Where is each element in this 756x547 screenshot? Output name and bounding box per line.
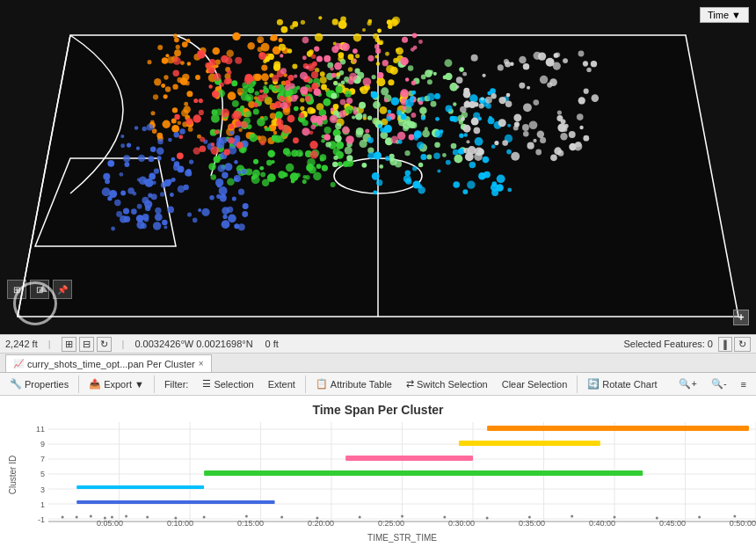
scale-display: 2,242 ft [5,339,38,349]
time-button[interactable]: Time ▼ [700,7,749,23]
y-axis-title: Cluster ID [8,456,18,494]
separator-1 [78,376,79,393]
extent-button[interactable]: Extent [262,375,302,394]
toolbar-right: 🔍+ 🔍- ≡ [672,375,752,394]
noise-dot [733,515,736,518]
chart-svg [48,422,756,528]
selection-label: Selection [214,379,253,390]
status-right: Selected Features: 0 ‖ ↻ [623,337,751,352]
zoom-in-btn[interactable]: 🔍+ [672,375,702,394]
chart-title: Time Span Per Cluster [0,396,756,419]
x-label-4: 0:25:00 [378,519,404,528]
y-axis: Cluster ID 11 9 7 5 3 1 -1 [0,422,48,528]
zoom-out-btn[interactable]: 🔍- [705,375,733,394]
properties-icon: 🔧 [10,378,22,390]
refresh-btn[interactable]: ↻ [734,337,751,352]
more-btn[interactable]: ≡ [735,375,752,394]
x-label-8: 0:45:00 [659,519,686,528]
clear-selection-label: Clear Selection [502,379,568,390]
x-label-0: 0:05:00 [97,519,123,528]
status-buttons: ‖ ↻ [718,337,751,352]
tab-label: curry_shots_time_opt...pan Per Cluster [27,359,195,369]
clear-selection-button[interactable]: Clear Selection [496,375,574,394]
filter-label: Filter: [158,375,195,394]
selection-button[interactable]: ☰ Selection [196,375,259,394]
switch-selection-button[interactable]: ⇄ Switch Selection [400,375,494,394]
noise-dot [125,515,127,518]
separator-3 [305,376,306,393]
y-label-9: 9 [5,441,45,449]
x-label-1: 0:10:00 [167,519,193,528]
extent-label: Extent [268,379,295,390]
x-label-2: 0:15:00 [237,519,264,528]
rotate-globe-icon[interactable] [13,281,57,325]
cluster-5-bar[interactable] [204,470,643,476]
zoom-button[interactable]: + [733,310,749,325]
x-axis: 0:05:00 0:10:00 0:15:00 0:20:00 0:25:00 … [97,519,756,528]
status-bar: 2,242 ft | ⊞ ⊟ ↻ | 0.0032426°W 0.0021698… [0,334,756,354]
noise-dot [571,515,573,518]
x-label-7: 0:40:00 [589,519,615,528]
toolbar-icons: ⊞ ⊟ ↻ [62,337,112,352]
tab-icon: 📈 [13,359,24,368]
cluster-9-bar[interactable] [459,441,600,446]
rotate-chart-label: Rotate Chart [602,379,657,390]
pause-btn[interactable]: ‖ [718,337,732,352]
noise-dot [90,515,92,518]
attribute-table-label: Attribute Table [331,379,392,390]
x-label-6: 0:35:00 [519,519,545,528]
x-label-9: 0:50:00 [730,519,756,528]
selection-icon: ☰ [202,378,211,390]
rotate-chart-icon: 🔄 [587,378,600,390]
tab-bar: 📈 curry_shots_time_opt...pan Per Cluster… [0,354,756,373]
toolbar: 🔧 Properties 📤 Export ▼ Filter: ☰ Select… [0,373,756,396]
y-label-1: 1 [5,501,45,509]
separator-4 [577,376,578,393]
chart-area: Time Span Per Cluster Cluster ID 11 9 7 … [0,396,756,547]
nav-icon-1[interactable]: ⊞ [62,337,76,352]
x-axis-title: TIME_STR_TIME [48,533,756,545]
attribute-table-icon: 📋 [316,378,328,390]
noise-dot [401,515,403,518]
x-label-3: 0:20:00 [308,519,334,528]
noise-dot [76,516,78,519]
export-icon: 📤 [89,378,101,390]
properties-button[interactable]: 🔧 Properties [4,375,75,394]
cluster-7-bar[interactable] [345,456,473,461]
nav-icon-2[interactable]: ⊟ [79,337,94,352]
plot-area: 0:05:00 0:10:00 0:15:00 0:20:00 0:25:00 … [48,422,756,528]
noise-dot [245,515,248,518]
separator-2 [154,376,155,393]
nav-icon-3[interactable]: ↻ [97,337,112,352]
rotate-chart-button[interactable]: 🔄 Rotate Chart [581,375,663,394]
attribute-table-button[interactable]: 📋 Attribute Table [309,375,398,394]
export-label: Export ▼ [104,379,144,390]
cluster-1-bar[interactable] [76,500,274,504]
selected-features: Selected Features: 0 [623,339,713,349]
switch-selection-icon: ⇄ [406,378,414,390]
coordinates-display: 0.0032426°W 0.0021698°N [134,339,252,349]
visualization-area: Time ▼ ⊞ ⊡ 📌 + [0,0,756,334]
main-tab[interactable]: 📈 curry_shots_time_opt...pan Per Cluster… [5,354,212,372]
export-button[interactable]: 📤 Export ▼ [83,375,150,394]
y-label-neg1: -1 [5,516,45,524]
noise-dot [62,516,64,519]
tab-close-button[interactable]: × [199,359,204,368]
switch-selection-label: Switch Selection [417,379,488,390]
properties-label: Properties [25,379,69,390]
cluster-11-bar[interactable] [487,426,749,431]
court-canvas [0,0,756,334]
x-label-5: 0:30:00 [448,519,475,528]
cluster-3-bar[interactable] [76,485,204,489]
y-label-11: 11 [5,426,45,434]
elevation-display: 0 ft [265,339,279,349]
chart-container: Cluster ID 11 9 7 5 3 1 -1 [0,419,756,533]
